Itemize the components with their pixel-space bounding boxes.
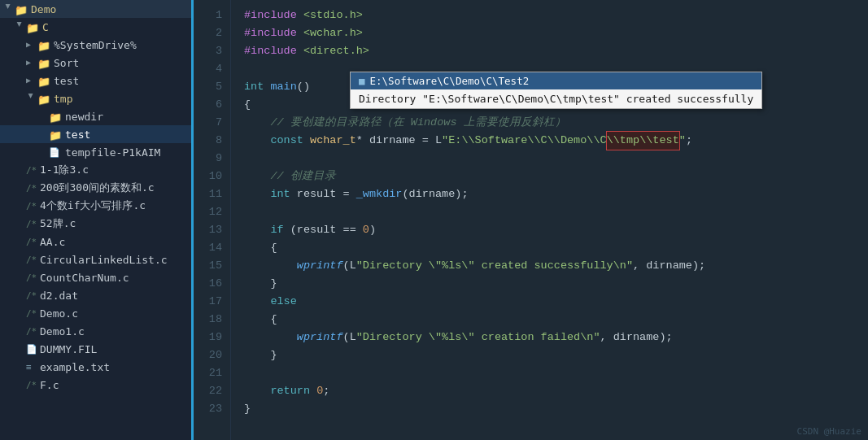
sidebar-item-label: DUMMY.FIL: [40, 343, 97, 355]
code-line-23: }: [244, 400, 868, 418]
folder-icon: 📁: [37, 76, 50, 85]
sidebar-item-label: 200到300间的素数和.c: [40, 181, 155, 195]
sidebar-item-label: C: [42, 21, 49, 33]
popup-body: Directory "E:\Software\C\Demo\C\tmp\test…: [351, 89, 761, 108]
sidebar-item-newdir[interactable]: ▶ 📁 newdir: [0, 107, 192, 125]
code-line-3: #include <direct.h>: [244, 42, 868, 60]
sidebar-item-label: d2.dat: [40, 290, 78, 302]
code-line-8: const wchar_t* dirname = L"E:\\Software\…: [244, 132, 868, 150]
sidebar-item-label: F.c: [40, 379, 59, 391]
sidebar-item-f7[interactable]: /* CountCharNum.c: [0, 268, 192, 286]
sidebar-item-f12[interactable]: ≡ example.txt: [0, 358, 192, 376]
sidebar-item-label: Demo: [31, 3, 56, 15]
folder-icon: 📁: [26, 22, 39, 32]
sidebar-item-label: Demo.c: [40, 307, 78, 320]
sidebar-item-f8[interactable]: /* d2.dat: [0, 286, 192, 304]
code-line-21: [244, 364, 868, 382]
code-area: 1 2 3 4 5 6 7 8 9 10 11 12 13 14 15 16 1…: [194, 0, 868, 440]
sidebar-item-tmp[interactable]: ▶ 📁 tmp: [0, 89, 192, 107]
sidebar-item-label: example.txt: [40, 361, 110, 373]
sidebar-item-label: newdir: [65, 111, 103, 123]
popup-title: ■ E:\Software\C\Demo\C\Test2: [351, 72, 761, 89]
code-line-16: }: [244, 275, 868, 293]
code-line-11: int result = _wmkdir(dirname);: [244, 185, 868, 203]
sidebar-item-f5[interactable]: /* AA.c: [0, 233, 192, 250]
sidebar-item-f11[interactable]: 📄 DUMMY.FIL: [0, 340, 192, 358]
code-line-20: }: [244, 346, 868, 364]
code-line-15: wprintf(L"Directory \"%ls\" created succ…: [244, 257, 868, 275]
sidebar-item-label: 1-1除3.c: [40, 163, 89, 177]
arrow-icon: ▶: [26, 58, 36, 68]
arrow-icon: ▶: [26, 40, 36, 50]
folder-icon: 📁: [37, 94, 50, 103]
sidebar-item-label: Demo1.c: [40, 325, 85, 338]
sidebar-item-demo[interactable]: ▶ 📁 Demo: [0, 0, 192, 18]
code-editor[interactable]: 1 2 3 4 5 6 7 8 9 10 11 12 13 14 15 16 1…: [194, 0, 868, 440]
sidebar-item-f1[interactable]: /* 1-1除3.c: [0, 161, 192, 179]
sidebar-item-label: CountCharNum.c: [40, 272, 129, 284]
sidebar-item-f10[interactable]: /* Demo1.c: [0, 322, 192, 340]
sidebar-item-f3[interactable]: /* 4个数if大小写排序.c: [0, 197, 192, 215]
sidebar-item-label: 4个数if大小写排序.c: [40, 198, 146, 213]
sidebar: ▶ 📁 Demo ▶ 📁 C ▶ 📁 %SystemDrive% ▶ 📁 Sor…: [0, 0, 194, 440]
folder-icon: 📁: [37, 40, 50, 50]
sidebar-item-sort[interactable]: ▶ 📁 Sort: [0, 54, 192, 72]
code-line-7: // 要创建的目录路径（在 Windows 上需要使用反斜杠）: [244, 114, 868, 132]
sidebar-item-c[interactable]: ▶ 📁 C: [0, 18, 192, 36]
sidebar-item-test-active[interactable]: ▶ 📁 test: [0, 125, 192, 143]
code-line-2: #include <wchar.h>: [244, 24, 868, 42]
watermark: CSDN @Huazie: [797, 426, 861, 437]
code-line-18: {: [244, 311, 868, 329]
sidebar-item-f2[interactable]: /* 200到300间的素数和.c: [0, 179, 192, 197]
code-line-19: wprintf(L"Directory \"%ls\" creation fai…: [244, 329, 868, 346]
sidebar-item-systemdrive[interactable]: ▶ 📁 %SystemDrive%: [0, 36, 192, 54]
arrow-icon: ▶: [26, 94, 36, 103]
sidebar-item-label: AA.c: [40, 236, 65, 248]
code-line-12: [244, 203, 868, 221]
folder-icon: 📁: [49, 111, 62, 121]
sidebar-item-label: CircularLinkedList.c: [40, 254, 168, 266]
arrow-icon: ▶: [3, 4, 13, 14]
folder-icon: 📁: [15, 4, 28, 14]
code-line-14: {: [244, 239, 868, 257]
arrow-icon: ▶: [26, 76, 36, 85]
sidebar-item-label: %SystemDrive%: [54, 39, 137, 51]
popup-title-text: E:\Software\C\Demo\C\Test2: [370, 75, 530, 87]
code-content[interactable]: #include <stdio.h> #include <wchar.h> #i…: [231, 0, 868, 440]
sidebar-item-f9[interactable]: /* Demo.c: [0, 304, 192, 322]
arrow-icon: ▶: [15, 22, 24, 32]
sidebar-item-f4[interactable]: /* 52牌.c: [0, 215, 192, 233]
sidebar-item-label: test: [65, 129, 90, 141]
code-line-22: return 0;: [244, 382, 868, 400]
sidebar-item-label: 52牌.c: [40, 216, 76, 231]
sidebar-item-label: tmp: [54, 93, 72, 105]
code-line-1: #include <stdio.h>: [244, 7, 868, 24]
sidebar-item-label: Sort: [54, 57, 79, 69]
sidebar-item-tempfile[interactable]: ▶ 📄 tempfile-P1kAIM: [0, 143, 192, 161]
popup-tooltip: ■ E:\Software\C\Demo\C\Test2 Directory "…: [350, 72, 762, 109]
folder-icon: 📁: [37, 58, 50, 68]
popup-body-text: Directory "E:\Software\C\Demo\C\tmp\test…: [359, 93, 753, 105]
line-numbers: 1 2 3 4 5 6 7 8 9 10 11 12 13 14 15 16 1…: [194, 0, 231, 440]
code-line-9: [244, 150, 868, 168]
sidebar-item-label: tempfile-P1kAIM: [65, 146, 160, 159]
code-line-10: // 创建目录: [244, 168, 868, 185]
sidebar-item-f13[interactable]: /* F.c: [0, 376, 192, 394]
code-line-17: else: [244, 293, 868, 311]
file-icon: 📄: [49, 147, 62, 158]
sidebar-item-f6[interactable]: /* CircularLinkedList.c: [0, 250, 192, 268]
code-line-13: if (result == 0): [244, 221, 868, 239]
sidebar-item-label: test: [54, 75, 79, 87]
sidebar-item-test-top[interactable]: ▶ 📁 test: [0, 72, 192, 89]
popup-title-icon: ■: [359, 75, 365, 87]
folder-icon: 📁: [49, 129, 62, 139]
